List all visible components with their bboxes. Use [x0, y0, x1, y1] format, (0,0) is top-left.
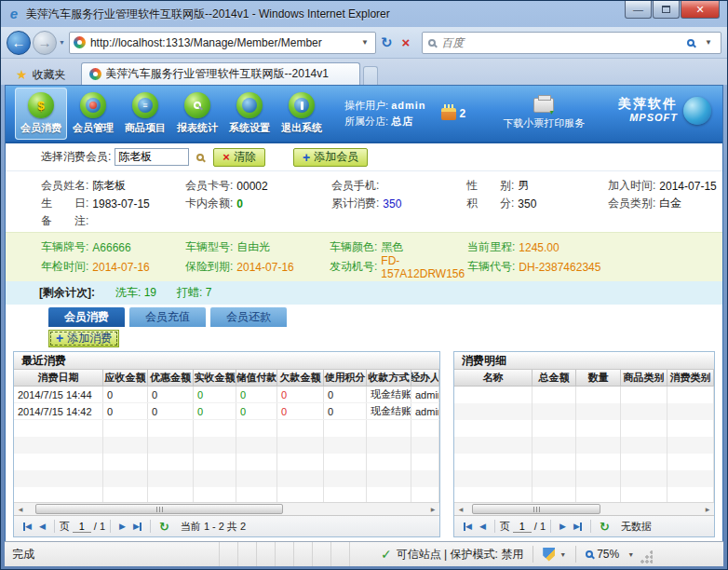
refresh-grid-icon[interactable]: ↻ [596, 520, 613, 534]
member-gender: 男 [518, 178, 529, 194]
member-tabs: 会员消费 会员充值 会员还款 [6, 305, 722, 327]
nav-item-exit[interactable]: 退出系统 [276, 88, 328, 140]
browser-window: e 美萍汽车服务行业管理软件互联网版--2014v1 - Windows Int… [0, 0, 728, 570]
resize-grip[interactable] [640, 542, 653, 566]
member-select-input[interactable] [115, 148, 189, 166]
zoom-magnifier-icon [586, 550, 593, 558]
member-search-icon[interactable] [196, 154, 204, 161]
search-go-icon[interactable] [687, 39, 694, 47]
zoom-control[interactable]: 75% ▼ [586, 548, 634, 561]
member-select-row: 选择消费会员: × 清除 + 添加会员 [6, 143, 722, 171]
back-button[interactable]: ← [7, 31, 31, 55]
browser-toolbar: ← → ▼ http://localhost:1313/Manage/Membe… [1, 27, 727, 59]
tab-member-repay[interactable]: 会员还款 [210, 307, 287, 327]
history-dropdown-icon[interactable]: ▼ [59, 39, 65, 46]
last-page-button[interactable]: ▶ [129, 522, 145, 531]
next-page-button[interactable]: ▶ [556, 522, 570, 531]
wash-count: 洗车: 19 [115, 285, 156, 301]
tab-title: 美萍汽车服务行业管理软件互联网版--2014v1 [106, 66, 329, 82]
next-page-button[interactable]: ▶ [115, 522, 129, 531]
scroll-left-icon[interactable]: ◀ [454, 503, 467, 515]
nav-item-goods[interactable]: ≡ 商品项目 [119, 88, 171, 140]
search-dropdown-icon[interactable]: ▼ [702, 38, 715, 47]
prev-page-button[interactable]: ◀ [476, 522, 490, 531]
member-total-consume: 350 [383, 197, 401, 210]
vehicle-model: 自由光 [236, 239, 270, 255]
ie-logo-icon: e [7, 7, 21, 21]
tab-member-recharge[interactable]: 会员充值 [129, 307, 206, 327]
shield-dropdown-icon[interactable]: ▼ [559, 551, 566, 558]
empty-row [454, 470, 714, 487]
settings-icon [236, 92, 263, 118]
tab-member-consume[interactable]: 会员消费 [48, 307, 125, 327]
maximize-button[interactable] [653, 1, 680, 19]
tab-favicon [89, 68, 101, 80]
first-page-button[interactable]: ◀ [460, 522, 476, 531]
scroll-right-icon[interactable]: ▶ [426, 503, 439, 515]
table-row[interactable]: 2014/7/15 14:44 0 0 0 0 0 0 现金结账 admin [14, 387, 439, 403]
empty-row [454, 403, 714, 420]
favorites-button[interactable]: ★ 收藏夹 [7, 64, 75, 85]
cake-icon [441, 108, 456, 120]
security-text: 可信站点 | 保护模式: 禁用 [397, 547, 523, 563]
minimize-button[interactable]: — [625, 1, 652, 19]
new-tab-stub[interactable] [363, 66, 378, 85]
address-bar[interactable]: http://localhost:1313/Manage/Member/Memb… [69, 32, 376, 54]
detail-page-info: 无数据 [621, 520, 652, 534]
member-points: 350 [518, 197, 536, 210]
detail-hscrollbar[interactable]: ◀ ▶ [454, 502, 714, 515]
shield-icon[interactable] [543, 548, 555, 562]
add-consume-button[interactable]: + 添加消费 [48, 330, 119, 347]
window-title: 美萍汽车服务行业管理软件互联网版--2014v1 - Windows Inter… [26, 7, 390, 22]
title-bar: e 美萍汽车服务行业管理软件互联网版--2014v1 - Windows Int… [1, 1, 727, 27]
stop-icon[interactable]: × [398, 34, 415, 50]
refresh-icon[interactable]: ↻ [376, 34, 398, 51]
tab-bar: ★ 收藏夹 美萍汽车服务行业管理软件互联网版--2014v1 [1, 59, 727, 85]
add-member-button[interactable]: + 添加会员 [293, 148, 368, 167]
nav-item-member-manage[interactable]: 会员管理 [67, 88, 119, 140]
consume-detail-title: 消费明细 [454, 352, 714, 370]
security-zone: ✓ 可信站点 | 保护模式: 禁用 [381, 547, 523, 563]
operator-info: 操作用户: admin 所属分店: 总店 [344, 98, 426, 129]
url-text[interactable]: http://localhost:1313/Manage/Member/Memb… [90, 36, 358, 49]
nav-item-member-consume[interactable]: $ 会员消费 [15, 88, 67, 140]
empty-row [14, 437, 439, 454]
zoom-dropdown-icon[interactable]: ▼ [627, 551, 634, 558]
branch-value: 总店 [391, 115, 413, 127]
last-page-button[interactable]: ▶ [570, 522, 586, 531]
scroll-right-icon[interactable]: ▶ [701, 503, 714, 515]
birthday-reminder[interactable]: 2 [441, 107, 466, 120]
first-page-button[interactable]: ◀ [20, 522, 35, 531]
browser-tab[interactable]: 美萍汽车服务行业管理软件互联网版--2014v1 [81, 62, 360, 85]
refresh-grid-icon[interactable]: ↻ [155, 520, 173, 534]
brand-logo: 美萍软件 MPSOFT [618, 97, 711, 125]
page-number-input[interactable] [73, 520, 91, 533]
nav-item-reports[interactable]: 报表统计 [171, 88, 223, 140]
recent-pagination: ◀ ◀ 页 / 1 ▶ ▶ ↻ 当前 1 - 2 共 2 [14, 515, 439, 536]
favorites-label: 收藏夹 [33, 67, 66, 83]
scroll-left-icon[interactable]: ◀ [14, 503, 27, 515]
member-info-block: 会员姓名:陈老板 会员卡号:00002 会员手机: 性 别:男 加入时间:201… [6, 171, 722, 232]
member-join-date: 2014-07-15 [659, 180, 716, 193]
recent-hscrollbar[interactable]: ◀ ▶ [14, 502, 439, 515]
report-magnifier-icon [184, 92, 210, 118]
member-name: 陈老板 [92, 178, 126, 194]
page-number-input[interactable] [513, 520, 532, 533]
recent-consume-table: 消费日期 应收金额 优惠金额 实收金额 储值付款 欠款金额 使用积分 收款方式 … [14, 370, 439, 502]
print-service[interactable]: 下载小票打印服务 [503, 98, 585, 130]
table-row[interactable]: 2014/7/15 14:42 0 0 0 0 0 0 现金结账 admin [14, 403, 439, 420]
star-icon: ★ [16, 67, 28, 82]
add-consume-plus-icon: + [56, 331, 63, 346]
close-button[interactable]: ✕ [681, 1, 720, 19]
search-box[interactable]: ▼ [422, 32, 721, 54]
prev-page-button[interactable]: ◀ [35, 522, 49, 531]
nav-item-settings[interactable]: 系统设置 [223, 88, 276, 140]
clear-button[interactable]: × 清除 [213, 148, 265, 167]
search-input[interactable] [441, 36, 687, 49]
vehicle-insurance-date: 2014-07-16 [236, 261, 293, 274]
forward-button[interactable]: → [33, 31, 57, 55]
address-dropdown-icon[interactable]: ▼ [358, 38, 371, 47]
recent-consume-title: 最近消费 [14, 352, 439, 370]
recent-table-header: 消费日期 应收金额 优惠金额 实收金额 储值付款 欠款金额 使用积分 收款方式 … [14, 370, 439, 387]
detail-pagination: ◀ ◀ 页 / 1 ▶ ▶ ↻ 无数据 [454, 515, 714, 536]
